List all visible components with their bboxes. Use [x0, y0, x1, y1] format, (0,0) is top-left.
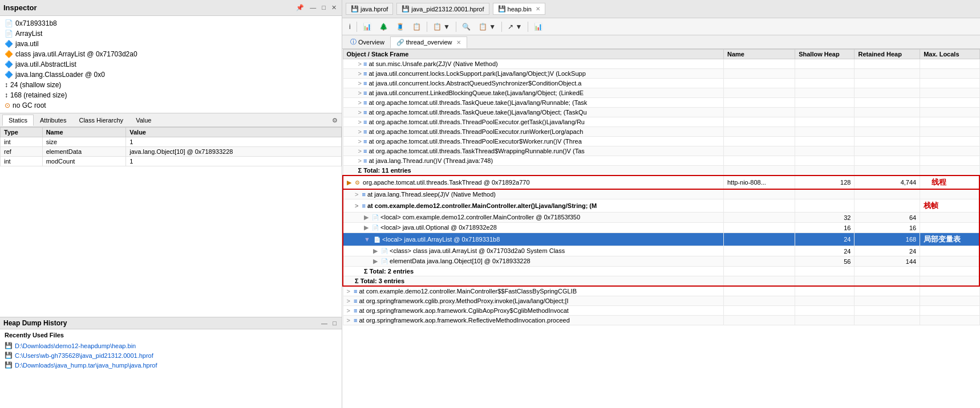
tab-thread-overview[interactable]: 🔗 thread_overview ✕ — [390, 36, 467, 48]
file-tab-javahprof[interactable]: 💾 java.hprof — [346, 3, 393, 15]
stack-frame-row[interactable]: > ≡ at com.example.demo12.controller.Mai… — [343, 199, 979, 213]
table-row[interactable]: ref elementData java.lang.Object[10] @ 0… — [1, 147, 342, 157]
toolbar-find-btn[interactable]: 📋 ▼ — [475, 21, 499, 32]
local-row-1[interactable]: ▶ 📄 <local> com.example.demo12.controlle… — [343, 213, 979, 223]
sigma-row-2[interactable]: Σ Total: 2 entries — [343, 267, 979, 276]
tree-item-addr[interactable]: 📄 0x7189331b8 — [0, 18, 342, 28]
tree-item-retainedsize[interactable]: ↕ 168 (retained size) — [0, 90, 342, 100]
file-tab-javapid[interactable]: 💾 java_pid21312.0001.hprof — [396, 3, 489, 15]
table-row[interactable]: > ≡ at java.util.concurrent.LinkedBlocki… — [343, 88, 979, 98]
thread-overview-label: thread_overview — [406, 39, 452, 46]
tab-statics[interactable]: Statics — [2, 115, 34, 126]
table-row[interactable]: > ≡ at java.lang.Thread.sleep(J)V (Nativ… — [343, 189, 979, 199]
toolbar-thread-btn[interactable]: 🧵 — [392, 21, 408, 32]
tree-item-shallowsize[interactable]: ↕ 24 (shallow size) — [0, 80, 342, 90]
table-row[interactable]: > ≡ at org.apache.tomcat.util.threads.Th… — [343, 127, 979, 137]
row-name — [724, 213, 795, 223]
row-shallow — [795, 296, 855, 306]
minimize-icon[interactable]: — — [308, 3, 318, 12]
row-object: > ≡ at org.apache.tomcat.util.threads.Th… — [343, 137, 724, 146]
toolbar-domtree-btn[interactable]: 🌲 — [376, 21, 391, 32]
class-row[interactable]: ▶ 📄 <class> class java.util.ArrayList @ … — [343, 246, 979, 256]
tab-value[interactable]: Value — [129, 115, 157, 126]
row-name — [724, 69, 795, 79]
tree-addr-label: 0x7189331b8 — [15, 19, 57, 27]
toolbar-query-btn[interactable]: 📋 ▼ — [430, 21, 453, 32]
row-object: > ≡ at org.apache.tomcat.util.threads.Th… — [343, 127, 724, 137]
file-tab-heapbin[interactable]: 💾 heap.bin ✕ — [493, 3, 545, 15]
table-row[interactable]: Σ Total: 11 entries — [343, 166, 979, 176]
tree-item-abstractlist[interactable]: 🔷 java.util.AbstractList — [0, 59, 342, 70]
classref-icon: 🔶 — [5, 50, 13, 58]
local-row-2[interactable]: ▶ 📄 <local> java.util.Optional @ 0x71893… — [343, 223, 979, 233]
toolbar-histogram-btn[interactable]: 📊 — [359, 21, 375, 32]
table-row[interactable]: int size 1 — [1, 137, 342, 147]
close-icon[interactable]: ✕ — [330, 3, 338, 12]
table-row[interactable]: > ≡ at java.util.concurrent.locks.Abstra… — [343, 79, 979, 88]
table-row[interactable]: > ≡ at org.springframework.cglib.proxy.M… — [343, 296, 979, 306]
tab-overview[interactable]: ⓘ Overview — [345, 36, 390, 48]
thread-row[interactable]: ▶ ⚙ org.apache.tomcat.util.threads.TaskT… — [343, 176, 979, 189]
table-row[interactable]: > ≡ at org.apache.tomcat.util.threads.Ta… — [343, 98, 979, 108]
tree-item-classref[interactable]: 🔶 class java.util.ArrayList @ 0x71703d2a… — [0, 49, 342, 59]
tree-item-nogcroot[interactable]: ⊙ no GC root — [0, 100, 342, 111]
heap-history-minimize[interactable]: — — [319, 319, 329, 327]
row-object: ▶ 📄 <local> com.example.demo12.controlle… — [343, 213, 724, 223]
col-retained-header: Retained Heap — [855, 50, 920, 59]
row-maxlocal — [920, 117, 979, 127]
row-retained — [855, 88, 920, 98]
selected-local-row[interactable]: ▼ 📄 <local> java.util.ArrayList @ 0x7189… — [343, 233, 979, 246]
row-name — [724, 79, 795, 88]
table-row[interactable]: > ≡ at java.util.concurrent.locks.LockSu… — [343, 69, 979, 79]
sep4 — [501, 22, 502, 32]
table-row[interactable]: > ≡ at org.springframework.aop.framework… — [343, 316, 979, 325]
javahprof-label: java.hprof — [361, 6, 388, 13]
table-row[interactable]: > ≡ at org.apache.tomcat.util.threads.Ta… — [343, 108, 979, 117]
row-name — [724, 223, 795, 233]
tab-attributes[interactable]: Attributes — [34, 115, 72, 126]
tree-item-arraylist[interactable]: 📄 ArrayList — [0, 28, 342, 39]
nogcroot-icon: ⊙ — [5, 101, 10, 109]
tab-classhierarchy[interactable]: Class Hierarchy — [72, 115, 129, 126]
history-item-3[interactable]: 💾 D:\Downloads\java_hump.tar\java_hump\j… — [5, 360, 337, 370]
table-row[interactable]: > ≡ at org.apache.tomcat.util.threads.Th… — [343, 137, 979, 146]
thread-maxlocal: 线程 — [920, 176, 979, 189]
row-name — [724, 246, 795, 256]
sigma-row-3[interactable]: Σ Total: 3 entries — [343, 276, 979, 287]
table-row[interactable]: > ≡ at com.example.demo12.controller.Mai… — [343, 286, 979, 296]
toolbar-export-btn[interactable]: ↗ ▼ — [504, 21, 525, 32]
heapbin-close-icon[interactable]: ✕ — [536, 6, 540, 12]
table-row[interactable]: > ≡ at org.apache.tomcat.util.threads.Ta… — [343, 146, 979, 156]
row-retained: 24 — [855, 246, 920, 256]
maximize-icon[interactable]: □ — [320, 3, 327, 12]
tree-item-javautilpkg[interactable]: 🔷 java.util — [0, 39, 342, 49]
row-object: ▶ 📄 elementData java.lang.Object[10] @ 0… — [343, 256, 724, 267]
tab-settings-icon[interactable]: ⚙ — [330, 116, 339, 124]
thread-overview-close-icon[interactable]: ✕ — [456, 39, 461, 46]
col-maxlocal-header: Max. Locals — [920, 50, 979, 59]
row-maxlocal — [920, 296, 979, 306]
history-item-1[interactable]: 💾 D:\Downloads\demo12-heapdump\heap.bin — [5, 341, 337, 350]
toolbar-chart-btn[interactable]: 📊 — [531, 21, 546, 32]
table-row[interactable]: > ≡ at org.apache.tomcat.util.threads.Th… — [343, 117, 979, 127]
file-tabs-bar: 💾 java.hprof 💾 java_pid21312.0001.hprof … — [342, 0, 980, 18]
row-maxlocal — [920, 189, 979, 199]
table-row[interactable]: int modCount 1 — [1, 157, 342, 166]
tree-classloader-label: java.lang.ClassLoader @ 0x0 — [15, 71, 105, 79]
table-row[interactable]: > ≡ at sun.misc.Unsafe.park(ZJ)V (Native… — [343, 59, 979, 69]
row-object: > ≡ at org.apache.tomcat.util.threads.Ta… — [343, 108, 724, 117]
toolbar-treeview-btn[interactable]: 📋 — [409, 21, 424, 32]
heap-history-maximize[interactable]: □ — [331, 319, 338, 327]
tree-javautilpkg-label: java.util — [15, 40, 39, 48]
toolbar-info-btn[interactable]: i — [346, 21, 354, 32]
row-name — [724, 296, 795, 306]
pin-icon[interactable]: 📌 — [294, 3, 306, 12]
field-row[interactable]: ▶ 📄 elementData java.lang.Object[10] @ 0… — [343, 256, 979, 267]
table-row[interactable]: > ≡ at org.springframework.aop.framework… — [343, 306, 979, 316]
sep1 — [357, 22, 357, 32]
history-item-2[interactable]: 💾 C:\Users\wb-gh735628\java_pid21312.000… — [5, 350, 337, 360]
row-name — [724, 98, 795, 108]
table-row[interactable]: > ≡ at java.lang.Thread.run()V (Thread.j… — [343, 156, 979, 166]
tree-item-classloader[interactable]: 🔷 java.lang.ClassLoader @ 0x0 — [0, 70, 342, 80]
toolbar-search-btn[interactable]: 🔍 — [459, 21, 474, 32]
